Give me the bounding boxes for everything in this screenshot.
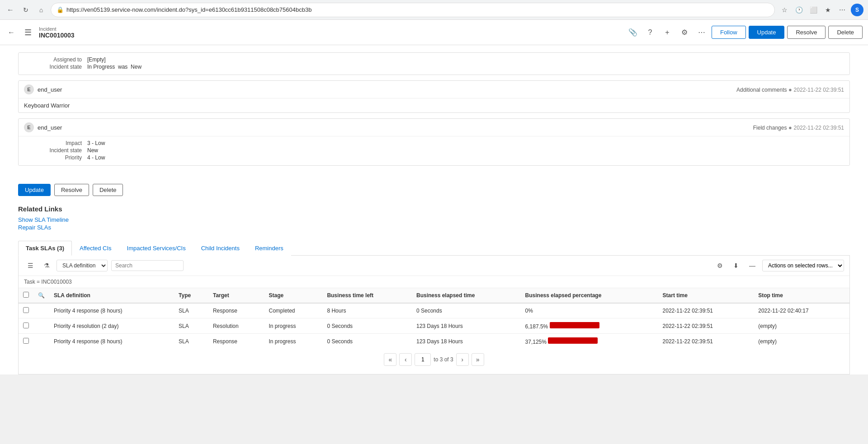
browser-back[interactable]: ←: [5, 4, 16, 16]
tab-reminders[interactable]: Reminders: [247, 241, 291, 256]
row-target-2: Response: [208, 334, 264, 349]
row-checkbox-cell-1: [19, 318, 33, 334]
browser-more[interactable]: ⋯: [836, 4, 848, 16]
user-avatar-2: E: [24, 84, 34, 94]
toolbar-filter-btn[interactable]: ⚗: [40, 259, 53, 272]
row-checkbox-2[interactable]: [23, 338, 29, 344]
repair-slas-link[interactable]: Repair SLAs: [18, 224, 850, 231]
search-input[interactable]: [111, 260, 184, 271]
update-btn-bottom[interactable]: Update: [18, 184, 51, 196]
row-stage-1: In progress: [264, 318, 322, 334]
help-icon-btn[interactable]: ?: [643, 25, 657, 40]
browser-refresh[interactable]: ↻: [20, 4, 32, 16]
browser-icons: ☆ 🕐 ⬜ ★ ⋯ S: [778, 4, 863, 16]
update-button[interactable]: Update: [749, 26, 785, 39]
delete-button[interactable]: Delete: [828, 26, 863, 39]
row-target-1: Resolution: [208, 318, 264, 334]
assigned-label: Assigned to: [24, 56, 87, 63]
row-search-cell-2: [33, 334, 49, 349]
browser-bookmark[interactable]: ★: [822, 4, 834, 16]
col-target: Target: [208, 288, 264, 303]
header-actions: 📎 ? + ⚙ ⋯ Follow Update Resolve Delete: [626, 25, 863, 40]
tab-task-slas[interactable]: Task SLAs (3): [18, 241, 72, 256]
incident-state-value: In Progress was New: [87, 64, 142, 70]
checkbox-header: [19, 288, 33, 303]
filter-select[interactable]: SLA definition: [57, 260, 108, 271]
field-row-inc-state: Incident state New: [24, 147, 844, 154]
attachment-icon-btn[interactable]: 📎: [626, 25, 640, 40]
toolbar-download-btn[interactable]: ⬇: [730, 259, 742, 272]
add-icon-btn[interactable]: +: [660, 25, 675, 40]
more-icon-btn[interactable]: ⋯: [694, 25, 709, 40]
field-row-impact: Impact 3 - Low: [24, 140, 844, 146]
browser-home[interactable]: ⌂: [35, 4, 47, 16]
table-row: Priority 4 response (8 hours) SLA Respon…: [19, 303, 849, 318]
inc-state-value: New: [87, 147, 98, 154]
browser-profile[interactable]: S: [851, 4, 863, 16]
app-title-main: Incident: [39, 26, 622, 32]
row-checkbox-cell-0: [19, 303, 33, 318]
row-business-elapsed-pct-1: 6,187.5%: [521, 318, 658, 334]
row-type-0: SLA: [174, 303, 208, 318]
user-name-2: end_user: [38, 86, 62, 93]
app-header: ← ☰ Incident INC0010003 📎 ? + ⚙ ⋯ Follow…: [0, 20, 868, 45]
url-text: https://ven05139.service-now.com/inciden…: [66, 6, 769, 13]
sidebar-toggle[interactable]: ☰: [21, 25, 35, 40]
tab-child-incidents[interactable]: Child Incidents: [193, 241, 247, 256]
table-section: ☰ ⚗ SLA definition ⚙ ⬇ — Actions on sele…: [18, 256, 850, 374]
browser-extensions[interactable]: ⬜: [807, 4, 819, 16]
field-row-priority: Priority 4 - Low: [24, 154, 844, 161]
tab-affected-cis[interactable]: Affected CIs: [72, 241, 119, 256]
back-button[interactable]: ←: [5, 27, 17, 38]
main-content: Assigned to [Empty] Incident state In Pr…: [0, 45, 868, 374]
row-start-time-0: 2022-11-22 02:39:51: [658, 303, 754, 318]
delete-btn-bottom[interactable]: Delete: [93, 184, 123, 196]
row-search-cell-1: [33, 318, 49, 334]
activity-card-3-body: Impact 3 - Low Incident state New Priori…: [19, 136, 849, 165]
next-page-btn[interactable]: ›: [456, 353, 469, 366]
data-table: 🔍 SLA definition Type Target Stage Busin…: [19, 288, 849, 349]
incident-state-label: Incident state: [24, 64, 87, 70]
prev-page-btn[interactable]: ‹: [399, 353, 412, 366]
activity-type-3: Field changes: [753, 125, 787, 131]
activity-text-2: Keyboard Warrior: [24, 100, 70, 111]
task-filter-row: Task = INC0010003: [19, 276, 849, 288]
user-avatar-3: E: [24, 122, 34, 132]
tabs-container: Task SLAs (3) Affected CIs Impacted Serv…: [18, 241, 850, 256]
col-start-time: Start time: [658, 288, 754, 303]
row-checkbox-1[interactable]: [23, 322, 29, 328]
settings-icon-btn[interactable]: ⚙: [677, 25, 692, 40]
activity-section: Assigned to [Empty] Incident state In Pr…: [0, 45, 868, 178]
follow-button[interactable]: Follow: [712, 26, 746, 39]
page-total-text: to 3 of 3: [434, 356, 453, 363]
resolve-btn-bottom[interactable]: Resolve: [54, 184, 89, 196]
row-checkbox-0[interactable]: [23, 307, 29, 313]
show-sla-timeline-link[interactable]: Show SLA Timeline: [18, 216, 850, 223]
activity-card-2-user: E end_user: [24, 84, 62, 94]
toolbar-menu-btn[interactable]: ☰: [24, 259, 37, 272]
tabs-row: Task SLAs (3) Affected CIs Impacted Serv…: [18, 241, 850, 256]
tab-impacted-services[interactable]: Impacted Services/CIs: [119, 241, 193, 256]
table-header-row: 🔍 SLA definition Type Target Stage Busin…: [19, 288, 849, 303]
impact-label: Impact: [24, 140, 87, 146]
actions-select[interactable]: Actions on selected rows...: [762, 260, 844, 271]
assigned-value: [Empty]: [87, 56, 106, 63]
row-stage-0: Completed: [264, 303, 322, 318]
resolve-button[interactable]: Resolve: [787, 26, 826, 39]
browser-star[interactable]: ☆: [778, 4, 790, 16]
row-stop-time-2: (empty): [754, 334, 849, 349]
url-bar: 🔒 https://ven05139.service-now.com/incid…: [51, 3, 775, 17]
browser-history[interactable]: 🕐: [793, 4, 805, 16]
row-search-cell-0: [33, 303, 49, 318]
last-page-btn[interactable]: »: [472, 353, 484, 366]
browser-chrome: ← ↻ ⌂ 🔒 https://ven05139.service-now.com…: [0, 0, 868, 20]
toolbar-settings-btn[interactable]: ⚙: [713, 259, 726, 272]
first-page-btn[interactable]: «: [384, 353, 396, 366]
page-number-input[interactable]: [415, 353, 431, 366]
activity-card-1-body: Assigned to [Empty] Incident state In Pr…: [19, 53, 849, 75]
select-all-checkbox[interactable]: [23, 292, 29, 298]
field-row-assigned: Assigned to [Empty]: [24, 56, 844, 63]
toolbar-minus-btn[interactable]: —: [746, 259, 759, 272]
row-target-0: Response: [208, 303, 264, 318]
progress-bar: [550, 322, 599, 328]
